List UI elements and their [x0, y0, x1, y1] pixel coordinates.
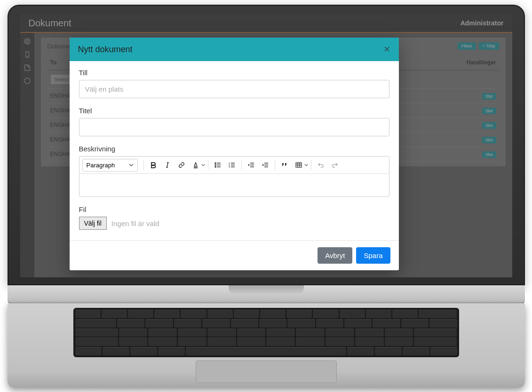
- trackpad: [196, 361, 337, 383]
- screen-bezel: Dokument Administrator Dokument: [8, 5, 525, 285]
- link-icon[interactable]: [175, 158, 188, 172]
- laptop-keyboard-area: [8, 303, 525, 388]
- svg-text:3: 3: [229, 165, 230, 168]
- chevron-down-icon[interactable]: [304, 163, 308, 167]
- italic-icon[interactable]: [161, 158, 174, 172]
- separator: [241, 160, 242, 170]
- svg-rect-26: [296, 163, 302, 167]
- label-beskrivning: Beskrivning: [79, 145, 389, 153]
- modal-footer: Avbryt Spara: [70, 240, 399, 270]
- label-titel: Titel: [79, 107, 389, 115]
- paragraph-label: Paragraph: [87, 162, 115, 169]
- paragraph-dropdown[interactable]: Paragraph: [82, 159, 138, 172]
- svg-point-10: [215, 165, 216, 165]
- new-document-modal: Nytt dokument ✕ Till Titel Beskrivning: [70, 38, 399, 270]
- laptop-frame: Dokument Administrator Dokument: [8, 5, 525, 388]
- screen: Dokument Administrator Dokument: [20, 14, 512, 277]
- file-picker: Välj fil Ingen fil är vald: [79, 217, 389, 230]
- save-button[interactable]: Spara: [356, 247, 390, 264]
- file-status: Ingen fil är vald: [111, 220, 159, 227]
- modal-title: Nytt dokument: [78, 45, 133, 55]
- cancel-button[interactable]: Avbryt: [318, 247, 352, 264]
- separator: [143, 160, 144, 170]
- separator: [208, 160, 208, 170]
- outdent-icon[interactable]: [245, 158, 258, 172]
- text-color-icon[interactable]: [189, 158, 202, 172]
- svg-rect-7: [194, 167, 198, 168]
- close-icon[interactable]: ✕: [383, 44, 390, 55]
- undo-icon[interactable]: [314, 158, 327, 172]
- modal-body: Till Titel Beskrivning Paragraph: [70, 61, 399, 240]
- svg-line-6: [167, 163, 168, 167]
- modal-header: Nytt dokument ✕: [70, 38, 399, 61]
- svg-point-8: [215, 163, 216, 164]
- redo-icon[interactable]: [328, 158, 341, 172]
- bullet-list-icon[interactable]: [211, 158, 224, 172]
- keyboard: [73, 308, 459, 357]
- label-fil: Fil: [79, 205, 389, 213]
- till-input[interactable]: [79, 80, 389, 98]
- separator: [275, 160, 275, 170]
- laptop-notch: [229, 285, 304, 294]
- rich-text-editor: Paragraph 12: [79, 156, 389, 197]
- chevron-down-icon: [129, 163, 134, 167]
- rte-textarea[interactable]: [79, 174, 389, 196]
- table-icon[interactable]: [292, 158, 305, 172]
- indent-icon[interactable]: [259, 158, 272, 172]
- choose-file-button[interactable]: Välj fil: [79, 217, 107, 230]
- svg-point-12: [215, 166, 216, 167]
- laptop-hinge: [8, 285, 525, 304]
- separator: [311, 160, 311, 170]
- number-list-icon[interactable]: 123: [225, 158, 238, 172]
- bold-icon[interactable]: [147, 158, 160, 172]
- titel-input[interactable]: [79, 118, 389, 136]
- label-till: Till: [79, 69, 389, 77]
- chevron-down-icon[interactable]: [201, 163, 205, 167]
- quote-icon[interactable]: [278, 158, 291, 172]
- rte-toolbar: Paragraph 12: [79, 157, 389, 174]
